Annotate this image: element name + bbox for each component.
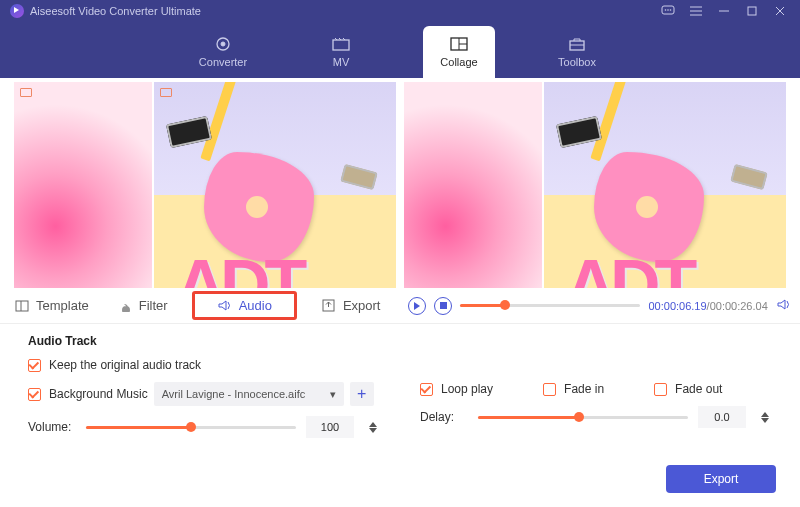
collage-subtabs: Template Filter Audio Export 00:00:06.19… (0, 288, 800, 324)
fadeout-checkbox[interactable] (654, 383, 667, 396)
loop-row: Loop play (420, 382, 493, 396)
titlebar: Aiseesoft Video Converter Ultimate (0, 0, 800, 22)
chevron-down-icon: ▾ (330, 388, 336, 401)
feedback-icon[interactable] (658, 4, 678, 18)
menu-icon[interactable] (686, 4, 706, 18)
mv-icon (331, 36, 351, 52)
bg-music-row: Background Music Avril Lavigne - Innocen… (28, 382, 380, 406)
subtab-label: Audio (239, 298, 272, 313)
volume-icon[interactable] (776, 298, 794, 314)
converter-icon (213, 36, 233, 52)
svg-point-2 (667, 9, 669, 11)
slot-icon (20, 88, 32, 97)
collage-icon (449, 36, 469, 52)
delay-slider[interactable] (478, 416, 688, 419)
svg-rect-19 (16, 301, 28, 311)
delay-stepper[interactable] (758, 406, 772, 428)
time-display: 00:00:06.19/00:00:26.04 (648, 300, 767, 312)
volume-value[interactable]: 100 (306, 416, 354, 438)
keep-original-row: Keep the original audio track (28, 358, 772, 372)
svg-rect-13 (333, 40, 349, 50)
export-button[interactable]: Export (666, 465, 776, 493)
volume-row: Volume: 100 (28, 416, 380, 438)
export-icon (321, 299, 337, 313)
filter-icon (117, 299, 133, 313)
audio-panel: Audio Track Keep the original audio trac… (0, 324, 800, 438)
tab-converter[interactable]: Converter (187, 26, 259, 78)
volume-stepper[interactable] (366, 416, 380, 438)
svg-point-1 (665, 9, 667, 11)
fadein-label: Fade in (564, 382, 604, 396)
subtab-label: Filter (139, 298, 168, 313)
volume-slider[interactable] (86, 426, 296, 429)
subtab-template[interactable]: Template (14, 298, 89, 313)
bg-music-dropdown[interactable]: Avril Lavigne - Innocence.aifc ▾ (154, 382, 344, 406)
tab-label: Collage (440, 56, 477, 68)
add-music-button[interactable]: + (350, 382, 374, 406)
delay-label: Delay: (420, 410, 468, 424)
bg-music-checkbox[interactable] (28, 388, 41, 401)
app-logo-icon (10, 4, 24, 18)
audio-icon (217, 299, 233, 313)
tab-label: MV (333, 56, 350, 68)
footer: Export (666, 465, 776, 493)
app-title: Aiseesoft Video Converter Ultimate (30, 5, 201, 17)
keep-original-checkbox[interactable] (28, 359, 41, 372)
tab-mv[interactable]: MV (305, 26, 377, 78)
close-icon[interactable] (770, 4, 790, 18)
fadeout-label: Fade out (675, 382, 722, 396)
svg-rect-8 (748, 7, 756, 15)
tab-toolbox[interactable]: Toolbox (541, 26, 613, 78)
subtab-label: Template (36, 298, 89, 313)
minimize-icon[interactable] (714, 4, 734, 18)
fadein-checkbox[interactable] (543, 383, 556, 396)
time-current: 00:00:06.19 (648, 300, 706, 312)
fadeout-row: Fade out (654, 382, 722, 396)
tab-collage[interactable]: Collage (423, 26, 495, 78)
keep-original-label: Keep the original audio track (49, 358, 201, 372)
subtab-export[interactable]: Export (321, 298, 381, 313)
player-bar: 00:00:06.19/00:00:26.04 (408, 297, 793, 315)
bg-music-label: Background Music (49, 387, 148, 401)
collage-panel-left[interactable]: ADT (14, 82, 396, 288)
slot-icon (160, 88, 172, 97)
progress-slider[interactable] (460, 304, 640, 307)
tab-label: Converter (199, 56, 247, 68)
subtab-label: Export (343, 298, 381, 313)
collage-panel-right[interactable]: ADT (404, 82, 786, 288)
svg-point-12 (221, 42, 225, 46)
volume-label: Volume: (28, 420, 76, 434)
tab-label: Toolbox (558, 56, 596, 68)
subtab-filter[interactable]: Filter (117, 298, 168, 313)
delay-row: Delay: 0.0 (420, 406, 772, 428)
collage-preview-row: ADT ADT (0, 78, 800, 288)
template-icon (14, 299, 30, 313)
svg-point-3 (670, 9, 672, 11)
toolbox-icon (567, 36, 587, 52)
subtab-audio[interactable]: Audio (192, 291, 297, 320)
delay-value[interactable]: 0.0 (698, 406, 746, 428)
playback-options: Loop play Fade in Fade out (420, 382, 772, 396)
loop-checkbox[interactable] (420, 383, 433, 396)
time-total: 00:00:26.04 (710, 300, 768, 312)
stop-button[interactable] (434, 297, 452, 315)
section-title: Audio Track (28, 334, 772, 348)
svg-rect-22 (440, 302, 447, 309)
fadein-row: Fade in (543, 382, 604, 396)
maximize-icon[interactable] (742, 4, 762, 18)
bg-music-selected: Avril Lavigne - Innocence.aifc (162, 388, 306, 400)
loop-label: Loop play (441, 382, 493, 396)
main-navbar: Converter MV Collage Toolbox (0, 22, 800, 78)
play-button[interactable] (408, 297, 426, 315)
